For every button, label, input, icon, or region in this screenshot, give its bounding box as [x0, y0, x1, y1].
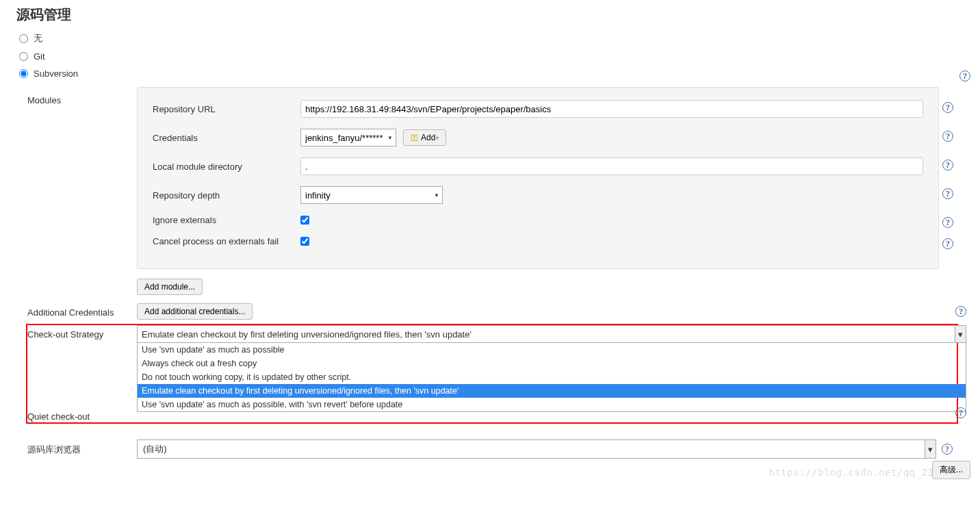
cancel-externals-checkbox[interactable]: [300, 237, 309, 246]
section-title: 源码管理: [0, 0, 980, 32]
scm-radio-none[interactable]: [19, 34, 28, 43]
help-icon[interactable]: ?: [942, 188, 953, 199]
add-dropdown-icon: ▾: [436, 135, 439, 141]
help-icon[interactable]: ?: [942, 131, 953, 142]
local-dir-input[interactable]: [300, 157, 923, 175]
repo-browser-select[interactable]: (自动) ▾: [137, 439, 936, 459]
ignore-externals-label: Ignore externals: [153, 215, 300, 225]
chevron-down-icon: ▾: [955, 326, 966, 342]
modules-label: Modules: [27, 95, 137, 105]
help-icon[interactable]: ?: [942, 217, 953, 228]
strategy-option-1[interactable]: Always check out a fresh copy: [138, 357, 966, 370]
strategy-option-0[interactable]: Use 'svn update' as much as possible: [138, 343, 966, 357]
cancel-externals-label: Cancel process on externals fail: [153, 236, 300, 246]
scm-radio-subversion[interactable]: [19, 69, 28, 78]
help-icon[interactable]: ?: [942, 102, 953, 113]
checkout-strategy-dropdown: Use 'svn update' as much as possible Alw…: [137, 343, 966, 412]
add-credentials-button[interactable]: ⚿ Add ▾: [403, 129, 446, 146]
scm-option-git-row: Git: [19, 51, 980, 62]
checkout-strategy-select[interactable]: Emulate clean checkout by first deleting…: [137, 325, 966, 343]
advanced-button[interactable]: 高级...: [932, 461, 970, 479]
repo-url-label: Repository URL: [153, 104, 300, 114]
credentials-label: Credentials: [153, 133, 300, 143]
quiet-checkout-label: Quiet check-out: [27, 407, 137, 422]
help-icon[interactable]: ?: [942, 444, 953, 455]
local-dir-label: Local module directory: [153, 162, 300, 172]
scm-radio-git[interactable]: [19, 52, 28, 61]
strategy-option-3[interactable]: Emulate clean checkout by first deleting…: [138, 384, 966, 398]
strategy-option-2[interactable]: Do not touch working copy, it is updated…: [138, 370, 966, 384]
depth-label: Repository depth: [153, 190, 300, 201]
repo-browser-value: (自动): [138, 443, 925, 455]
chevron-down-icon: ▾: [925, 440, 936, 458]
add-additional-credentials-button[interactable]: Add additional credentials...: [137, 303, 253, 320]
module-box: Repository URL ? Credentials jenk: [137, 87, 939, 269]
help-icon[interactable]: ?: [959, 71, 970, 81]
key-icon: ⚿: [411, 133, 418, 142]
help-icon[interactable]: ?: [942, 160, 953, 170]
add-module-button[interactable]: Add module...: [137, 279, 203, 295]
help-icon[interactable]: ?: [955, 306, 966, 317]
scm-label-subversion: Subversion: [34, 68, 78, 79]
ignore-externals-checkbox[interactable]: [300, 216, 309, 225]
scm-label-git: Git: [34, 51, 45, 62]
scm-radio-group: 无 Git Subversion ?: [0, 32, 980, 87]
credentials-select[interactable]: jenkins_fanyu/******: [300, 129, 396, 146]
checkout-strategy-value: Emulate clean checkout by first deleting…: [138, 329, 955, 340]
depth-select[interactable]: infinity: [300, 186, 443, 204]
additional-credentials-label: Additional Credentials: [27, 303, 137, 318]
repo-browser-label: 源码库浏览器: [27, 439, 137, 456]
help-icon[interactable]: ?: [955, 407, 966, 418]
scm-label-none: 无: [34, 32, 42, 44]
help-icon[interactable]: ?: [942, 238, 953, 249]
repo-url-input[interactable]: [300, 100, 923, 118]
checkout-strategy-label: Check-out Strategy: [27, 325, 137, 340]
scm-option-subversion-row: Subversion: [19, 68, 78, 79]
scm-option-none-row: 无: [19, 32, 980, 44]
add-cred-label: Add: [421, 133, 435, 142]
